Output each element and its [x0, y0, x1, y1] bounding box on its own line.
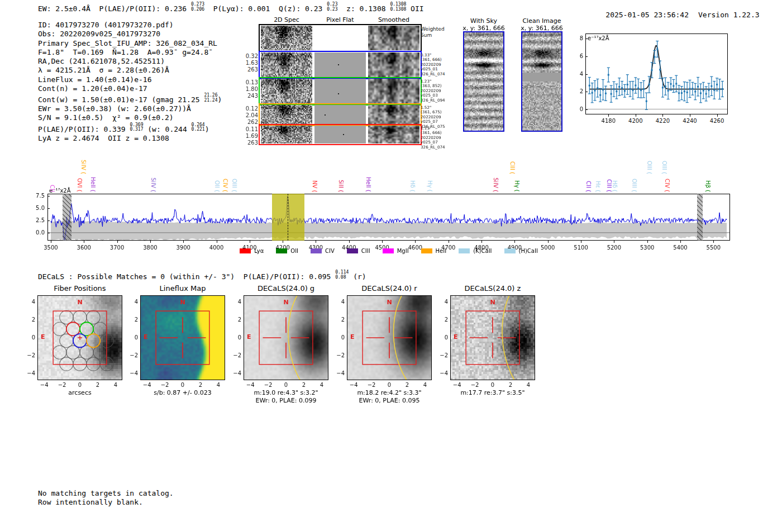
axis-tick-label: −2: [260, 382, 276, 388]
decals-interval: 0.1140.08: [335, 270, 349, 280]
info-line: Cont(w) = 1.50(±0.01)e-17 (gmag 21.25 21…: [38, 93, 222, 104]
fiber-annotation-line: 326_RL_074: [421, 145, 482, 150]
axis-tick-label: 5.0: [29, 205, 45, 211]
summary-text: EW: 2.5±0.4Å P(LAE)/P(OII): 0.236: [38, 4, 191, 13]
legend-swatch: [311, 248, 322, 253]
info-line: EWr = 3.50(±0.38) (w: 2.60(±0.27))Å: [38, 104, 222, 113]
decals-text: (r): [349, 272, 366, 281]
axis-tick-label: 2: [295, 382, 312, 388]
fiber-weight-values: 0.321.63263: [235, 53, 258, 73]
legend-item: (H)CaII: [504, 248, 538, 254]
fiber-weight-value: 2.04: [235, 112, 258, 119]
fiber-weight-values: 0.131.80243: [235, 79, 258, 99]
spectral-line-label: CIII (: [509, 161, 516, 174]
spec2d-image: [261, 26, 312, 50]
spectral-line-label: Hβ (: [705, 180, 711, 192]
axis-tick-label: −2: [435, 352, 448, 358]
east-label: E: [350, 333, 355, 341]
info-interval: 21.2621.24: [204, 93, 217, 103]
info-text: S/N = 9.1(±0.5) χ² = 0.9(±0.2): [38, 113, 174, 122]
info-text: F=1.8" T=0.169 N̄=1.28 A=0.93̄ g=24.8̄: [38, 48, 208, 56]
legend-label: CIV: [325, 248, 335, 254]
spectral-line-label: CIV (: [222, 179, 228, 192]
legend-item: CIII: [347, 248, 370, 254]
fiber-weight-value: 1.63: [235, 60, 258, 66]
north-label: N: [384, 299, 395, 306]
axis-tick-label: 2: [192, 382, 209, 388]
axis-tick-label: −4: [228, 370, 241, 376]
info-block: ID: 4017973270 (4017973270.pdf)Obs: 2022…: [38, 21, 222, 143]
axis-tick-label: −4: [435, 370, 448, 376]
decals-match-line: DECaLS : Possible Matches = 0 (within +/…: [38, 270, 366, 281]
spectral-line-label: SiIV (: [80, 160, 87, 174]
axis-tick-label: 0.0: [29, 229, 45, 236]
east-label: E: [247, 333, 251, 341]
spectral-line-label: OIII (: [631, 179, 637, 192]
info-line: LineFlux = 1.40(±0.14)e-16: [38, 75, 222, 84]
info-text: Cont(w) = 1.50(±0.01)e-17 (gmag 21.25: [38, 95, 204, 104]
info-text: P(LAE)/P(OII): 0.339: [38, 124, 130, 133]
info-text: ): [205, 124, 209, 133]
decals-g-image: [244, 296, 328, 380]
info-line: Primary Spec_Slot_IFU_AMP: 326_082_034_R…: [38, 39, 222, 48]
axis-tick-label: 0: [568, 106, 583, 112]
summary-text: z: 0.1308: [337, 4, 390, 13]
spec2d-col-header: Smoothed: [369, 16, 419, 23]
legend-swatch: [240, 248, 251, 253]
axis-tick-label: 2: [568, 88, 583, 94]
spectral-line-label: NV (: [312, 180, 318, 192]
legend-item: OII: [276, 248, 298, 254]
pixelflat-image: [314, 79, 366, 104]
spec2d-image: [261, 126, 312, 143]
cutout-caption: s/b: 0.87 +/- 0.023: [127, 389, 239, 396]
legend-label: (H)CaII: [519, 248, 538, 254]
fiber-weight-value: 0.12: [235, 106, 258, 112]
spectral-line-label: Hδ (: [409, 180, 416, 192]
info-text: Cont(n) = 1.20(±0.04)e-17: [38, 84, 147, 93]
legend-swatch: [276, 248, 287, 253]
info-interval-lo: 0.317: [130, 127, 143, 132]
axis-tick-label: 0: [22, 334, 35, 341]
info-text: ID: 4017973270 (4017973270.pdf): [38, 21, 174, 29]
spectral-line-label: HeII (: [365, 177, 371, 192]
page-body: { "meta": {"timestamp": "2025-01-05 23:5…: [0, 0, 782, 532]
spectral-line-label: Hδ (: [612, 180, 618, 192]
axis-tick-label: −2: [228, 352, 241, 358]
axis-tick-label: 6: [568, 53, 583, 59]
legend-label: CIII: [361, 248, 370, 254]
spec2d-image: [261, 105, 312, 124]
axis-tick-label: 2: [435, 317, 448, 323]
axis-tick-label: 4: [210, 382, 227, 388]
axis-tick-label: 0: [174, 382, 191, 388]
legend-label: (K)CaII: [473, 248, 492, 254]
info-line: F=1.8" T=0.169 N̄=1.28 A=0.93̄ g=24.8̄: [38, 48, 222, 57]
fiber-weight-value: 0.32: [235, 53, 258, 60]
legend-item: (K)CaII: [459, 248, 492, 254]
lineflux-map-image: [141, 296, 225, 380]
fiber-weight-values: 0.111.69263: [235, 126, 258, 146]
cutout-title: DECaLS(24.0) g: [233, 284, 339, 293]
info-text: (w: 0.244: [143, 124, 191, 133]
cutout-xlabel: arcsecs: [27, 389, 133, 396]
axis-tick-label: −4: [449, 382, 465, 388]
legend-swatch: [347, 248, 358, 253]
legend-item: CIV: [311, 248, 335, 254]
axis-tick-label: −2: [125, 352, 138, 358]
decals-interval-lo: 0.08: [335, 275, 349, 280]
cutout-title: DECaLS(24.0) z: [440, 284, 546, 293]
cutout-title: DECaLS(24.0) r: [336, 284, 442, 293]
report-meta: 2025-01-05 23:56:42Version 1.22.3: [588, 2, 760, 27]
footer-note: No matching targets in catalog. Row inte…: [38, 489, 174, 506]
spectral-line-label: HeII (: [90, 177, 96, 192]
full-spectrum-plot: [47, 194, 730, 245]
legend-label: Lyα: [254, 248, 264, 254]
axis-tick-label: −4: [242, 382, 259, 388]
highlight-band: [272, 194, 304, 241]
axis-tick-label: 2: [331, 317, 345, 323]
axis-tick-label: −2: [156, 382, 173, 388]
spectral-line-label: SiII (: [338, 180, 344, 192]
east-label: E: [41, 333, 45, 341]
hatch-band: [697, 194, 703, 241]
axis-tick-label: 0: [71, 382, 88, 388]
axis-tick-label: 0: [331, 334, 345, 341]
